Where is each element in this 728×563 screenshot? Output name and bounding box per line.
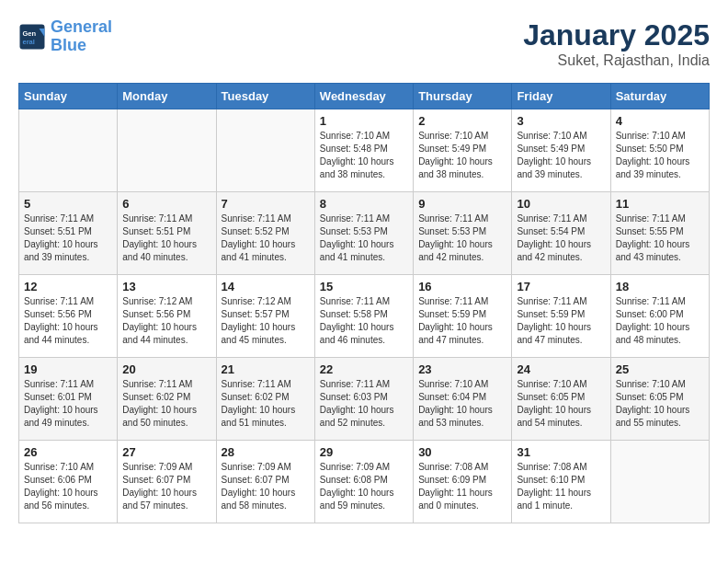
day-number: 21 [222,362,310,376]
calendar-cell: 9Sunrise: 7:11 AM Sunset: 5:53 PM Daylig… [414,192,512,275]
day-info: Sunrise: 7:08 AM Sunset: 6:10 PM Dayligh… [517,461,605,512]
calendar-cell: 7Sunrise: 7:11 AM Sunset: 5:52 PM Daylig… [216,192,314,275]
day-info: Sunrise: 7:10 AM Sunset: 5:49 PM Dayligh… [418,130,506,181]
calendar-cell: 16Sunrise: 7:11 AM Sunset: 5:59 PM Dayli… [414,275,512,358]
calendar-cell: 4Sunrise: 7:10 AM Sunset: 5:50 PM Daylig… [610,109,709,192]
day-number: 11 [616,197,704,211]
calendar-cell: 20Sunrise: 7:11 AM Sunset: 6:02 PM Dayli… [118,358,216,441]
calendar-cell: 18Sunrise: 7:11 AM Sunset: 6:00 PM Dayli… [610,275,709,358]
day-info: Sunrise: 7:11 AM Sunset: 6:02 PM Dayligh… [222,378,310,430]
day-info: Sunrise: 7:10 AM Sunset: 6:06 PM Dayligh… [24,461,112,512]
calendar-cell: 31Sunrise: 7:08 AM Sunset: 6:10 PM Dayli… [512,441,610,523]
day-number: 29 [320,445,408,459]
calendar-cell: 26Sunrise: 7:10 AM Sunset: 6:06 PM Dayli… [19,441,118,523]
day-number: 12 [24,280,112,293]
day-info: Sunrise: 7:12 AM Sunset: 5:56 PM Dayligh… [122,295,210,347]
day-info: Sunrise: 7:10 AM Sunset: 5:49 PM Dayligh… [517,130,605,181]
day-info: Sunrise: 7:11 AM Sunset: 5:56 PM Dayligh… [24,295,112,347]
calendar-cell: 13Sunrise: 7:12 AM Sunset: 5:56 PM Dayli… [118,275,216,358]
title-block: January 2025 Suket, Rajasthan, India [523,18,710,69]
day-number: 17 [517,280,605,293]
calendar-cell: 1Sunrise: 7:10 AM Sunset: 5:48 PM Daylig… [314,109,413,192]
day-number: 5 [24,197,112,211]
calendar-cell: 12Sunrise: 7:11 AM Sunset: 5:56 PM Dayli… [19,275,118,358]
calendar-week-row: 12Sunrise: 7:11 AM Sunset: 5:56 PM Dayli… [19,275,710,358]
day-number: 2 [418,114,506,128]
day-info: Sunrise: 7:12 AM Sunset: 5:57 PM Dayligh… [222,295,310,347]
logo-icon: Gen eral [18,23,46,51]
calendar-cell: 25Sunrise: 7:10 AM Sunset: 6:05 PM Dayli… [610,358,709,441]
calendar-cell: 15Sunrise: 7:11 AM Sunset: 5:58 PM Dayli… [314,275,413,358]
svg-text:eral: eral [23,37,35,45]
day-info: Sunrise: 7:11 AM Sunset: 6:02 PM Dayligh… [122,378,210,430]
day-info: Sunrise: 7:11 AM Sunset: 5:54 PM Dayligh… [517,213,605,264]
day-info: Sunrise: 7:11 AM Sunset: 5:52 PM Dayligh… [222,213,310,264]
calendar-cell: 10Sunrise: 7:11 AM Sunset: 5:54 PM Dayli… [512,192,610,275]
day-number: 28 [222,445,310,459]
day-header: Wednesday [314,84,413,109]
day-number: 8 [320,197,408,211]
day-info: Sunrise: 7:11 AM Sunset: 6:00 PM Dayligh… [616,295,704,347]
day-number: 18 [616,280,704,293]
day-info: Sunrise: 7:11 AM Sunset: 5:59 PM Dayligh… [418,295,506,347]
calendar-cell: 6Sunrise: 7:11 AM Sunset: 5:51 PM Daylig… [118,192,216,275]
day-number: 14 [222,280,310,293]
calendar-week-row: 19Sunrise: 7:11 AM Sunset: 6:01 PM Dayli… [19,358,710,441]
day-info: Sunrise: 7:10 AM Sunset: 6:04 PM Dayligh… [418,378,506,430]
calendar-cell: 5Sunrise: 7:11 AM Sunset: 5:51 PM Daylig… [19,192,118,275]
day-number: 4 [616,114,704,128]
day-header: Thursday [414,84,512,109]
calendar-cell: 11Sunrise: 7:11 AM Sunset: 5:55 PM Dayli… [610,192,709,275]
day-number: 24 [517,362,605,376]
day-number: 27 [122,445,210,459]
day-info: Sunrise: 7:09 AM Sunset: 6:07 PM Dayligh… [222,461,310,512]
day-header: Saturday [610,84,709,109]
day-info: Sunrise: 7:11 AM Sunset: 6:01 PM Dayligh… [24,378,112,430]
calendar-cell: 27Sunrise: 7:09 AM Sunset: 6:07 PM Dayli… [118,441,216,523]
day-number: 10 [517,197,605,211]
calendar-cell: 30Sunrise: 7:08 AM Sunset: 6:09 PM Dayli… [414,441,512,523]
day-number: 13 [122,280,210,293]
day-number: 25 [616,362,704,376]
calendar-cell: 29Sunrise: 7:09 AM Sunset: 6:08 PM Dayli… [314,441,413,523]
calendar-cell: 3Sunrise: 7:10 AM Sunset: 5:49 PM Daylig… [512,109,610,192]
calendar-title: January 2025 [523,18,710,52]
day-number: 1 [320,114,408,128]
day-info: Sunrise: 7:09 AM Sunset: 6:08 PM Dayligh… [320,461,408,512]
day-info: Sunrise: 7:09 AM Sunset: 6:07 PM Dayligh… [122,461,210,512]
day-header: Sunday [19,84,118,109]
day-number: 30 [418,445,506,459]
day-number: 6 [122,197,210,211]
calendar-cell: 22Sunrise: 7:11 AM Sunset: 6:03 PM Dayli… [314,358,413,441]
calendar-body: 1Sunrise: 7:10 AM Sunset: 5:48 PM Daylig… [19,109,710,523]
calendar-header-row: SundayMondayTuesdayWednesdayThursdayFrid… [19,84,710,109]
day-number: 20 [122,362,210,376]
day-number: 16 [418,280,506,293]
calendar-week-row: 5Sunrise: 7:11 AM Sunset: 5:51 PM Daylig… [19,192,710,275]
day-number: 3 [517,114,605,128]
calendar-cell: 14Sunrise: 7:12 AM Sunset: 5:57 PM Dayli… [216,275,314,358]
day-number: 26 [24,445,112,459]
day-info: Sunrise: 7:11 AM Sunset: 5:53 PM Dayligh… [418,213,506,264]
day-header: Tuesday [216,84,314,109]
day-number: 9 [418,197,506,211]
day-info: Sunrise: 7:11 AM Sunset: 5:51 PM Dayligh… [24,213,112,264]
day-header: Friday [512,84,610,109]
day-header: Monday [118,84,216,109]
calendar-cell [610,441,709,523]
svg-text:Gen: Gen [23,29,37,37]
day-number: 19 [24,362,112,376]
day-number: 7 [222,197,310,211]
day-info: Sunrise: 7:11 AM Sunset: 5:59 PM Dayligh… [517,295,605,347]
day-info: Sunrise: 7:10 AM Sunset: 6:05 PM Dayligh… [517,378,605,430]
day-info: Sunrise: 7:11 AM Sunset: 5:51 PM Dayligh… [122,213,210,264]
calendar-cell [118,109,216,192]
calendar-cell: 2Sunrise: 7:10 AM Sunset: 5:49 PM Daylig… [414,109,512,192]
calendar-cell [19,109,118,192]
day-info: Sunrise: 7:08 AM Sunset: 6:09 PM Dayligh… [418,461,506,512]
page-header: Gen eral GeneralBlue January 2025 Suket,… [18,18,710,69]
calendar-cell [216,109,314,192]
calendar-cell: 21Sunrise: 7:11 AM Sunset: 6:02 PM Dayli… [216,358,314,441]
day-info: Sunrise: 7:11 AM Sunset: 5:55 PM Dayligh… [616,213,704,264]
calendar-table: SundayMondayTuesdayWednesdayThursdayFrid… [18,83,710,523]
